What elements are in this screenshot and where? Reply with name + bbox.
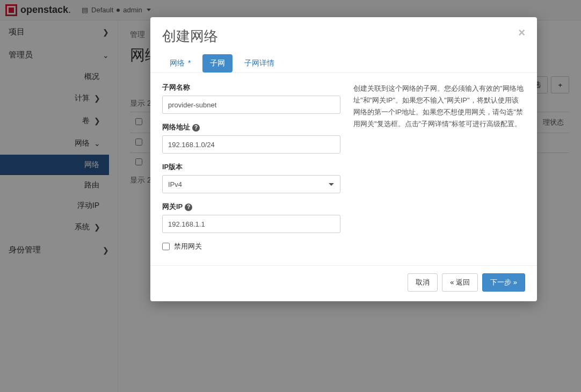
network-address-label: 网络地址? <box>162 122 340 132</box>
gateway-ip-input[interactable] <box>162 215 340 233</box>
modal-title: 创建网络 <box>162 27 218 46</box>
ip-version-select[interactable]: IPv4 <box>162 175 340 193</box>
next-button[interactable]: 下一步 » <box>482 273 525 292</box>
help-icon[interactable]: ? <box>185 204 192 211</box>
disable-gateway-checkbox[interactable] <box>162 243 170 250</box>
help-text: 创建关联到这个网络的子网。您必须输入有效的"网络地址"和"网关IP"。如果您不输… <box>353 83 525 260</box>
ip-version-label: IP版本 <box>162 162 340 172</box>
cancel-button[interactable]: 取消 <box>408 273 438 292</box>
modal-tabs: 网络 * 子网 子网详情 <box>150 54 537 73</box>
network-address-input[interactable] <box>162 135 340 154</box>
subnet-name-input[interactable] <box>162 96 340 114</box>
help-icon[interactable]: ? <box>192 124 200 132</box>
tab-subnet[interactable]: 子网 <box>202 54 233 72</box>
tab-network[interactable]: 网络 * <box>162 54 198 72</box>
back-button[interactable]: « 返回 <box>442 273 478 292</box>
disable-gateway-label: 禁用网关 <box>174 242 202 251</box>
gateway-ip-label: 网关IP? <box>162 202 340 212</box>
tab-subnet-detail[interactable]: 子网详情 <box>237 54 282 72</box>
required-asterisk-icon: * <box>186 59 191 67</box>
close-icon[interactable]: × <box>518 27 525 39</box>
subnet-name-label: 子网名称 <box>162 83 340 92</box>
tab-label: 网络 <box>170 59 185 67</box>
create-network-modal: 创建网络 × 网络 * 子网 子网详情 子网名称 网络地址? IP版本 IPv4 <box>150 17 537 301</box>
